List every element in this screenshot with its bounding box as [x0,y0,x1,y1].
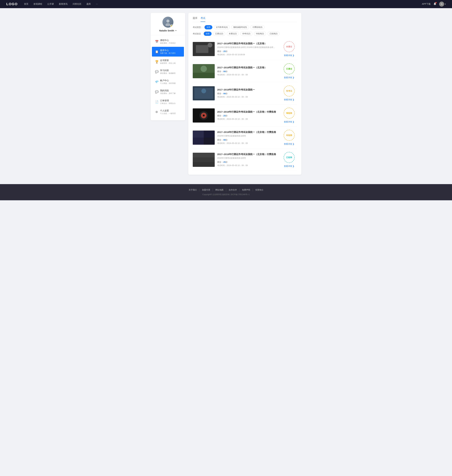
table-row: 2017–2018年行测证件考试全国统一（北京卷）付费批卷 得分：25分 考试时… [193,104,297,127]
badge-icon: 🏅 [170,25,173,27]
tab-题库[interactable]: 题库 [193,17,197,22]
footer-link-1[interactable]: 加盟代理 [199,189,213,191]
exam-thumb-svg-2 [193,64,215,78]
exam-action-3: 待考试 查看详情 ❯ [281,85,297,101]
footer: 关于我们加盟代理网站地图合作伙伴免费声明招贤纳士 Copyright® 云朵商学… [0,184,452,200]
sidebar-text-courses: 课程中心 精彩课程，不容错过 [160,39,176,44]
sidebar-subtitle-orders: 订单支出，明明白白 [160,102,176,105]
exam-score-5: 得分：99分 [217,139,279,141]
exam-detail-link-4[interactable]: 查看详情 ❯ [284,121,294,123]
filter-status-option-5[interactable]: 已批阅(2) [268,32,280,36]
exam-title-1: 2017–2018年行测证件考试全国统一（北京卷） [217,42,279,45]
sidebar-item-orders[interactable]: 📄 订单管理 订单支出，明明白白 [152,97,184,107]
footer-link-4[interactable]: 免费声明 [239,189,253,191]
exam-time-2: 考试时间：2019–05–03 10：09：09 [217,74,279,76]
exam-thumb-svg-6 [193,153,215,167]
sidebar-icon-qa: 💬 [155,70,158,74]
exam-status-stamp-1: 未通过 [284,41,295,52]
svg-point-4 [208,43,212,48]
exam-info-3: 2017–2018年行测证件考试全国统一 得分：99分 考试时间：2019–05… [217,88,279,98]
navbar-logo: LOGO [6,2,18,6]
filter-status-option-3[interactable]: 待考试(2) [240,32,252,36]
edit-profile-icon[interactable]: ✏ [175,29,177,32]
avatar: N [439,2,444,7]
table-row: 2017–2018年行测证件考试全国统一（北京卷） 2018年行测考试是最值得多… [193,38,297,60]
sidebar-text-settings: 个人设置 个人信息，一键管理 [160,109,176,115]
exam-title-4: 2017–2018年行测证件考试全国统一（北京卷）付费批卷 [217,110,279,113]
filter-type-label: 考试类型： [193,26,203,29]
filter-status-option-1[interactable]: 已通过(2) [213,32,225,36]
exam-detail-link-1[interactable]: 查看详情 ❯ [284,54,294,57]
sidebar-item-account[interactable]: 💎 账户中心 个人权益，实时掌握 [152,77,184,87]
nav-item-5[interactable]: 题库 [86,3,91,6]
nav-item-0[interactable]: 首页 [24,3,28,6]
exam-detail-link-6[interactable]: 查看详情 ❯ [284,165,294,168]
notification-bell[interactable] [433,2,437,6]
filter-status-option-2[interactable]: 未通过(2) [227,32,239,36]
sidebar-icon-orders: 📄 [155,100,158,104]
exam-detail-link-5[interactable]: 查看详情 ❯ [284,143,294,145]
profile-avatar: 🏅 [162,17,173,28]
exam-status-stamp-2: 已通过 [284,63,295,74]
content-tabs: 题库考试 [193,17,297,22]
exam-info-4: 2017–2018年行测证件考试全国统一（北京卷）付费批卷 得分：25分 考试时… [217,110,279,121]
table-row: 2017–2018年行测证件考试全国统一（北京卷）付费批卷 2018年行测考试是… [193,127,297,149]
svg-rect-7 [193,73,215,78]
user-avatar-wrapper[interactable]: N ▾ [439,2,446,7]
exam-title-6: 2017–2018年行测证件考试全国统一（北京卷）付费批卷 [217,153,279,156]
filter-status-option-4[interactable]: 待批阅(2) [254,32,266,36]
filter-type-option-0[interactable]: 全部 [205,25,212,29]
exam-time-3: 考试时间：2019–05–03 10：09：09 [217,96,279,98]
sidebar-title-qa: 学习问答 [160,69,176,72]
exam-title-2: 2017–2018年行测证件考试全国统一（北京卷） [217,66,279,69]
sidebar-item-settings[interactable]: ⚙ 个人设置 个人信息，一键管理 [152,107,184,117]
exam-thumbnail-6 [193,153,215,167]
sidebar-item-question-bank[interactable]: 📋 题库中心 海量习题，助力通关 [152,47,184,57]
exam-detail-link-2[interactable]: 查看详情 ❯ [284,76,294,79]
exam-info-6: 2017–2018年行测证件考试全国统一（北京卷）付费批卷 2018年行测考试是… [217,153,279,167]
sidebar-text-question-bank: 题库中心 海量习题，助力通关 [160,49,176,54]
footer-link-3[interactable]: 合作伙伴 [226,189,239,191]
exam-score-3: 得分：99分 [217,92,279,95]
sidebar-title-orders: 订单管理 [160,99,176,102]
filter-type-option-1[interactable]: 证书类考试(4) [214,25,230,29]
filter-type-option-2[interactable]: 随机抽题考试(5) [231,25,249,29]
exam-status-stamp-3: 待考试 [284,85,295,96]
main-container: 🏅 Natalie Smith ✏ 📅 课程中心 精彩课程，不容错过 📋 题库中… [147,8,305,184]
nav-item-4[interactable]: 问答社区 [73,3,81,6]
exam-score-6: 得分：25分 [217,161,279,163]
svg-point-14 [203,115,205,116]
exam-title-5: 2017–2018年行测证件考试全国统一（北京卷）付费批卷 [217,131,279,134]
exam-score-1: 得分：25分 [217,50,279,53]
footer-link-5[interactable]: 招贤纳士 [253,189,266,191]
sidebar-text-qa: 学习问答 课后重温，疑难解答 [160,69,176,75]
sidebar-item-qa[interactable]: 💬 学习问答 课后重温，疑难解答 [152,67,184,77]
nav-item-2[interactable]: 公开课 [47,3,54,6]
sidebar-subtitle-courses: 精彩课程，不容错过 [160,42,176,44]
sidebar-subtitle-settings: 个人信息，一键管理 [160,112,176,115]
nav-item-1[interactable]: 发现课程 [33,3,42,6]
sidebar-item-courses[interactable]: 📅 课程中心 精彩课程，不容错过 [152,37,184,47]
footer-link-2[interactable]: 网站地图 [213,189,226,191]
exam-title-3: 2017–2018年行测证件考试全国统一 [217,88,279,91]
nav-item-3[interactable]: 新闻资讯 [59,3,68,6]
exam-score-2: 得分：99分 [217,70,279,73]
footer-link-0[interactable]: 关于我们 [186,189,199,191]
sidebar-icon-courses: 📅 [155,40,158,43]
exam-thumb-svg-5 [193,130,215,145]
sidebar-item-messages[interactable]: 💬 我的消息 消息通知，及时了解 [152,87,184,97]
app-download-link[interactable]: APP下载 [422,3,431,6]
filter-type-option-3[interactable]: 付费批卷(6) [251,25,265,29]
sidebar-title-settings: 个人设置 [160,109,176,112]
exam-detail-link-3[interactable]: 查看详情 ❯ [284,98,294,101]
filter-status-option-0[interactable]: 全部 [204,32,212,36]
exam-time-5: 考试时间：2019–05–03 10：09：09 [217,142,279,145]
nav-item-6[interactable]: ··· [96,3,98,6]
sidebar-item-certificates[interactable]: 🏆 证书荣誉 收获荣誉，持证上岗 [152,57,184,67]
exam-info-2: 2017–2018年行测证件考试全国统一（北京卷） 得分：99分 考试时间：20… [217,66,279,76]
tab-考试[interactable]: 考试 [200,17,205,22]
sidebar-profile: 🏅 Natalie Smith ✏ [151,13,185,35]
exam-thumb-svg-1 [193,42,215,56]
exam-time-1: 考试时间：2019–05–03 10:09:09 [217,54,279,56]
sidebar-subtitle-qa: 课后重温，疑难解答 [160,72,176,75]
